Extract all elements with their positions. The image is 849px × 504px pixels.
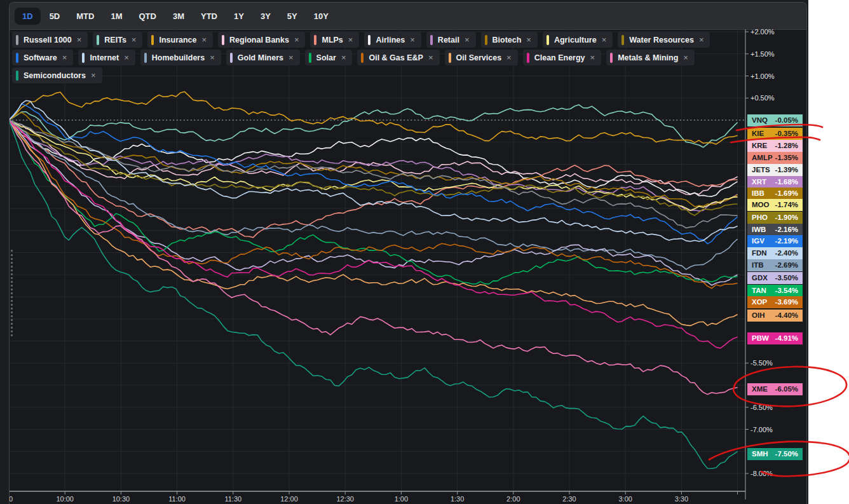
price-label-smh[interactable]: SMH-7.50% — [747, 448, 803, 460]
time-tick-100: 1:00 — [395, 495, 408, 503]
ticker-change: -1.74% — [775, 201, 798, 208]
tag-label: Regional Banks — [229, 36, 289, 44]
sector-tag-semiconductors[interactable]: Semiconductors× — [12, 67, 102, 83]
sector-tag-gold-miners[interactable]: Gold Miners× — [226, 50, 300, 65]
tag-close-icon[interactable]: × — [465, 36, 470, 44]
tag-close-icon[interactable]: × — [410, 36, 415, 44]
series-line-gdx — [9, 120, 738, 285]
price-tick-1.50: +1.50% — [751, 50, 795, 58]
series-line-oih — [9, 120, 738, 325]
series-line-vnq — [9, 105, 738, 147]
tag-color-stripe — [230, 53, 233, 63]
price-tick-2.00: +2.00% — [751, 28, 795, 36]
sector-tag-insurance[interactable]: Insurance× — [147, 32, 213, 48]
tag-close-icon[interactable]: × — [91, 71, 96, 79]
tag-close-icon[interactable]: × — [202, 36, 207, 44]
price-label-gdx[interactable]: GDX-3.50% — [747, 272, 803, 284]
price-label-jets[interactable]: JETS-1.39% — [747, 164, 803, 176]
tag-close-icon[interactable]: × — [289, 53, 294, 62]
tag-close-icon[interactable]: × — [602, 36, 607, 44]
ticker-symbol: FDN — [752, 249, 767, 257]
price-label-pho[interactable]: PHO-1.90% — [747, 212, 803, 224]
tag-color-stripe — [527, 53, 529, 63]
price-label-tan[interactable]: TAN-3.54% — [747, 285, 803, 297]
sector-tag-russell-1000[interactable]: Russell 1000× — [12, 32, 88, 48]
ticker-symbol: KIE — [752, 130, 764, 137]
ticker-symbol: AMLP — [752, 154, 773, 161]
price-label-itb[interactable]: ITB-2.69% — [747, 259, 803, 271]
tag-close-icon[interactable]: × — [348, 36, 353, 44]
tag-close-icon[interactable]: × — [506, 53, 512, 62]
series-line-jets — [9, 120, 738, 196]
tag-close-icon[interactable]: × — [683, 53, 688, 62]
price-label-xme[interactable]: XME-6.05% — [747, 383, 803, 395]
sector-tag-agriculture[interactable]: Agriculture× — [543, 32, 613, 48]
sector-tag-homebuilders[interactable]: Homebuilders× — [140, 50, 221, 65]
price-label-igv[interactable]: IGV-2.19% — [747, 235, 803, 247]
ticker-change: -7.50% — [775, 450, 798, 458]
ticker-symbol: IWB — [752, 226, 766, 233]
ticker-symbol: XRT — [752, 178, 766, 186]
price-label-xop[interactable]: XOP-3.69% — [747, 296, 803, 308]
price-label-iwb[interactable]: IWB-2.16% — [747, 224, 803, 236]
tag-label: Semiconductors — [24, 71, 86, 80]
time-tick-1230: 12:30 — [336, 495, 354, 503]
price-label-fdn[interactable]: FDN-2.40% — [747, 247, 803, 259]
sector-tag-software[interactable]: Software× — [12, 50, 73, 65]
tag-close-icon[interactable]: × — [62, 53, 67, 62]
sector-tag-reits[interactable]: REITs× — [93, 32, 142, 48]
price-label-xrt[interactable]: XRT-1.68% — [747, 176, 803, 188]
price-label-ibb[interactable]: IBB-1.69% — [747, 187, 803, 200]
sector-tag-retail[interactable]: Retail× — [426, 32, 476, 48]
tag-close-icon[interactable]: × — [590, 53, 595, 62]
sector-tag-regional-banks[interactable]: Regional Banks× — [218, 32, 305, 48]
price-label-kie[interactable]: KIE-0.35% — [747, 128, 803, 140]
sector-tag-oil-gas-e-p[interactable]: Oil & Gas E&P× — [357, 50, 439, 65]
series-line-xme — [9, 120, 738, 395]
tag-color-stripe — [16, 35, 18, 45]
sector-tag-solar[interactable]: Solar× — [305, 50, 353, 65]
legend-row-1: Russell 1000×REITs×Insurance×Regional Ba… — [12, 32, 710, 48]
chart-area[interactable]: Russell 1000×REITs×Insurance×Regional Ba… — [10, 30, 806, 504]
tag-close-icon[interactable]: × — [428, 53, 433, 62]
series-line-pho — [9, 120, 738, 215]
legend-row-3: Semiconductors× — [12, 67, 710, 83]
sector-tag-mlps[interactable]: MLPs× — [310, 32, 359, 48]
ticker-change: -0.05% — [775, 116, 798, 124]
tag-close-icon[interactable]: × — [341, 53, 346, 62]
sector-tag-airlines[interactable]: Airlines× — [364, 32, 421, 48]
ticker-change: -3.69% — [775, 298, 798, 306]
sector-tag-water-resources[interactable]: Water Resources× — [618, 32, 710, 48]
sector-tag-biotech[interactable]: Biotech× — [481, 32, 538, 48]
price-label-oih[interactable]: OIH-4.40% — [747, 310, 803, 322]
price-label-moo[interactable]: MOO-1.74% — [747, 199, 803, 211]
tag-label: Oil & Gas E&P — [369, 53, 423, 62]
ticker-symbol: TAN — [752, 287, 766, 294]
chart-app: 1D5DMTD1MQTD3MYTD1Y3Y5Y10Y Russell 1000×… — [0, 0, 808, 504]
price-tick-7.00: -7.00% — [751, 426, 795, 433]
ticker-change: -1.69% — [775, 189, 798, 197]
ticker-symbol: PBW — [752, 334, 769, 342]
sector-tag-clean-energy[interactable]: Clean Energy× — [523, 50, 601, 65]
ticker-change: -4.40% — [775, 311, 798, 319]
ticker-change: -2.16% — [775, 226, 798, 233]
price-label-vnq[interactable]: VNQ-0.05% — [747, 114, 803, 126]
tag-close-icon[interactable]: × — [526, 36, 531, 44]
ticker-symbol: JETS — [752, 166, 770, 174]
price-label-kre[interactable]: KRE-1.28% — [747, 140, 803, 152]
price-label-amlp[interactable]: AMLP-1.35% — [747, 152, 803, 164]
tag-close-icon[interactable]: × — [77, 36, 82, 44]
tag-close-icon[interactable]: × — [210, 53, 215, 62]
sector-tag-internet[interactable]: Internet× — [78, 50, 135, 65]
sector-tag-oil-services[interactable]: Oil Services× — [445, 50, 518, 65]
tag-close-icon[interactable]: × — [294, 36, 299, 44]
tag-close-icon[interactable]: × — [699, 36, 704, 44]
series-line-pbw — [9, 120, 738, 348]
sector-tag-metals-mining[interactable]: Metals & Mining× — [606, 50, 695, 65]
price-label-pbw[interactable]: PBW-4.91% — [747, 332, 803, 344]
tag-label: Airlines — [376, 36, 405, 44]
tag-close-icon[interactable]: × — [124, 53, 129, 62]
ticker-symbol: PHO — [752, 214, 768, 221]
tag-close-icon[interactable]: × — [132, 36, 137, 44]
tag-color-stripe — [621, 35, 624, 45]
